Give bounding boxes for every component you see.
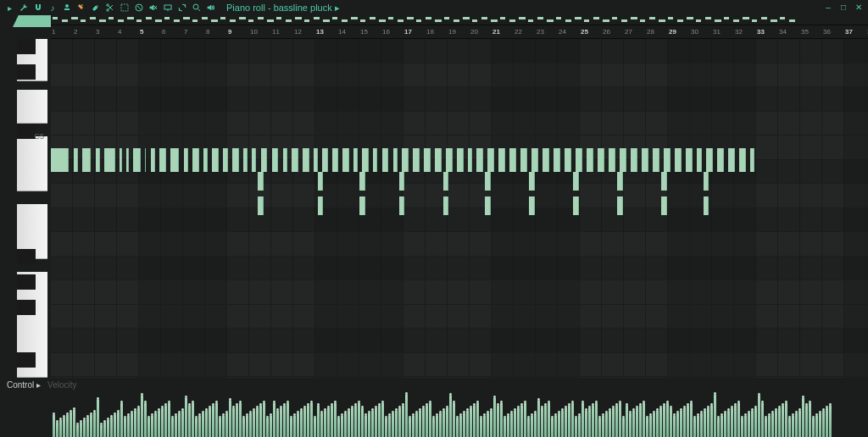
play-icon[interactable]: ▸ bbox=[3, 2, 15, 14]
midi-note[interactable] bbox=[565, 148, 571, 172]
velocity-sublabel[interactable]: Velocity bbox=[47, 380, 76, 390]
midi-note[interactable] bbox=[661, 172, 667, 191]
midi-note[interactable] bbox=[717, 148, 724, 172]
velocity-panel[interactable] bbox=[51, 391, 868, 437]
midi-note[interactable] bbox=[443, 172, 449, 191]
corner-tab[interactable] bbox=[13, 15, 51, 27]
midi-note[interactable] bbox=[399, 196, 405, 215]
midi-note[interactable] bbox=[617, 172, 623, 191]
midi-note[interactable] bbox=[446, 148, 453, 172]
stamp-icon[interactable] bbox=[61, 2, 73, 14]
mute-icon[interactable] bbox=[147, 2, 159, 14]
midi-note[interactable] bbox=[620, 148, 626, 172]
midi-note[interactable] bbox=[373, 148, 377, 172]
midi-note[interactable] bbox=[212, 148, 219, 172]
midi-note[interactable] bbox=[151, 148, 155, 172]
close-button[interactable]: ✕ bbox=[853, 3, 865, 13]
midi-note[interactable] bbox=[739, 148, 746, 172]
midi-note[interactable] bbox=[393, 148, 398, 172]
note-icon[interactable]: ♪ bbox=[47, 2, 58, 14]
midi-note[interactable] bbox=[587, 148, 593, 172]
midi-note[interactable] bbox=[485, 172, 491, 191]
midi-note[interactable] bbox=[126, 148, 129, 172]
timeline-ruler[interactable]: 1234567891011121314151617181920212223242… bbox=[51, 25, 868, 39]
midi-note[interactable] bbox=[362, 148, 369, 172]
midi-note[interactable] bbox=[675, 148, 682, 172]
midi-note[interactable] bbox=[252, 148, 256, 172]
midi-note[interactable] bbox=[573, 196, 579, 215]
note-grid[interactable] bbox=[51, 39, 868, 378]
midi-note[interactable] bbox=[653, 148, 659, 172]
midi-note[interactable] bbox=[697, 148, 701, 172]
scissors-icon[interactable] bbox=[104, 2, 116, 14]
midi-note[interactable] bbox=[509, 148, 516, 172]
midi-note[interactable] bbox=[573, 172, 579, 191]
midi-note[interactable] bbox=[704, 196, 709, 215]
midi-note[interactable] bbox=[292, 148, 298, 172]
window-title[interactable]: Piano roll - bassline pluck ▸ bbox=[226, 3, 340, 14]
midi-note[interactable] bbox=[51, 148, 69, 172]
midi-note[interactable] bbox=[359, 172, 365, 191]
midi-note[interactable] bbox=[631, 148, 637, 172]
sync-icon[interactable] bbox=[176, 2, 188, 14]
midi-note[interactable] bbox=[261, 148, 268, 172]
monitor-icon[interactable] bbox=[162, 2, 174, 14]
midi-note[interactable] bbox=[413, 148, 420, 172]
midi-note[interactable] bbox=[487, 148, 494, 172]
midi-note[interactable] bbox=[706, 148, 713, 172]
midi-note[interactable] bbox=[443, 196, 449, 215]
midi-note[interactable] bbox=[322, 148, 328, 172]
midi-note[interactable] bbox=[272, 148, 279, 172]
midi-note[interactable] bbox=[529, 196, 535, 215]
zoom-icon[interactable] bbox=[191, 2, 203, 14]
select-icon[interactable] bbox=[119, 2, 131, 14]
midi-note[interactable] bbox=[82, 148, 91, 172]
eraser-icon[interactable] bbox=[133, 2, 145, 14]
midi-note[interactable] bbox=[192, 148, 199, 172]
paint-icon[interactable] bbox=[90, 2, 102, 14]
midi-note[interactable] bbox=[232, 148, 239, 172]
control-label[interactable]: Control ▸ bbox=[7, 380, 41, 390]
midi-note[interactable] bbox=[104, 148, 115, 172]
midi-note[interactable] bbox=[314, 148, 318, 172]
volume-icon[interactable] bbox=[205, 2, 217, 14]
minimize-button[interactable]: – bbox=[822, 3, 834, 13]
midi-note[interactable] bbox=[485, 196, 491, 215]
clip-icon[interactable] bbox=[75, 2, 87, 14]
midi-note[interactable] bbox=[468, 148, 472, 172]
midi-note[interactable] bbox=[529, 172, 535, 191]
midi-note[interactable] bbox=[303, 148, 309, 172]
midi-note[interactable] bbox=[96, 148, 100, 172]
maximize-button[interactable]: □ bbox=[837, 3, 849, 13]
midi-note[interactable] bbox=[554, 148, 560, 172]
midi-note[interactable] bbox=[476, 148, 483, 172]
minimap[interactable] bbox=[51, 15, 868, 25]
midi-note[interactable] bbox=[258, 196, 264, 215]
midi-note[interactable] bbox=[258, 172, 264, 191]
midi-note[interactable] bbox=[342, 148, 349, 172]
midi-note[interactable] bbox=[576, 148, 582, 172]
midi-note[interactable] bbox=[382, 148, 389, 172]
midi-note[interactable] bbox=[542, 148, 549, 172]
midi-note[interactable] bbox=[424, 148, 431, 172]
midi-note[interactable] bbox=[145, 148, 146, 172]
midi-note[interactable] bbox=[402, 148, 409, 172]
midi-note[interactable] bbox=[223, 148, 227, 172]
midi-note[interactable] bbox=[686, 148, 693, 172]
midi-note[interactable] bbox=[728, 148, 735, 172]
midi-note[interactable] bbox=[170, 148, 179, 172]
midi-note[interactable] bbox=[332, 148, 338, 172]
midi-note[interactable] bbox=[704, 172, 709, 191]
midi-note[interactable] bbox=[661, 196, 667, 215]
piano-keys[interactable]: C5 bbox=[0, 39, 51, 378]
midi-note[interactable] bbox=[318, 172, 324, 191]
midi-note[interactable] bbox=[435, 148, 442, 172]
midi-note[interactable] bbox=[609, 148, 615, 172]
midi-note[interactable] bbox=[359, 196, 365, 215]
midi-note[interactable] bbox=[159, 148, 166, 172]
midi-note[interactable] bbox=[642, 148, 648, 172]
midi-note[interactable] bbox=[318, 196, 324, 215]
midi-note[interactable] bbox=[457, 148, 464, 172]
midi-note[interactable] bbox=[203, 148, 208, 172]
midi-note[interactable] bbox=[498, 148, 505, 172]
